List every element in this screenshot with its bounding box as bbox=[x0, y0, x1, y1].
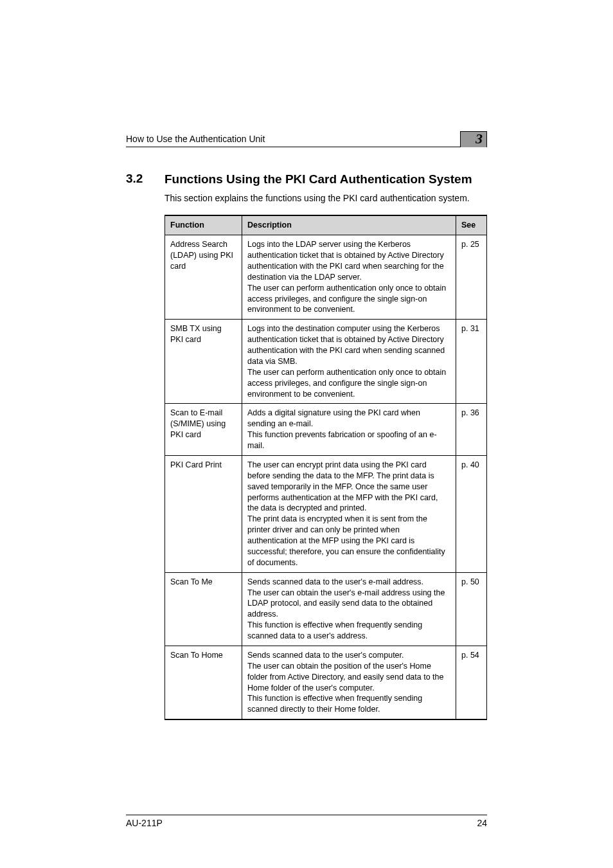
footer-model: AU-211P bbox=[126, 818, 163, 828]
cell-description: Adds a digital signature using the PKI c… bbox=[242, 404, 456, 456]
cell-function: Scan To Me bbox=[165, 572, 242, 646]
cell-function: Address Search (LDAP) using PKI card bbox=[165, 235, 242, 320]
cell-description: Sends scanned data to the user's compute… bbox=[242, 646, 456, 719]
header-see: See bbox=[456, 215, 487, 235]
desc-part: Logs into the LDAP server using the Kerb… bbox=[247, 239, 450, 283]
desc-part: Sends scanned data to the user's e-mail … bbox=[247, 577, 450, 588]
cell-function: SMB TX using PKI card bbox=[165, 320, 242, 404]
cell-see: p. 31 bbox=[456, 320, 487, 404]
cell-see: p. 36 bbox=[456, 404, 487, 456]
cell-description: The user can encrypt print data using th… bbox=[242, 455, 456, 572]
desc-part: This function is effective when frequent… bbox=[247, 693, 450, 715]
page-footer: AU-211P 24 bbox=[126, 815, 487, 828]
chapter-tab: 3 bbox=[460, 131, 487, 147]
desc-part: The user can encrypt print data using th… bbox=[247, 460, 450, 514]
running-head: How to Use the Authentication Unit 3 bbox=[126, 129, 487, 147]
desc-part: This function prevents fabrication or sp… bbox=[247, 429, 450, 451]
desc-part: This function is effective when frequent… bbox=[247, 620, 450, 642]
desc-part: Sends scanned data to the user's compute… bbox=[247, 650, 450, 661]
header-function: Function bbox=[165, 215, 242, 235]
cell-see: p. 40 bbox=[456, 455, 487, 572]
table-header-row: Function Description See bbox=[165, 215, 487, 235]
desc-part: The user can obtain the position of the … bbox=[247, 661, 450, 694]
cell-function: PKI Card Print bbox=[165, 455, 242, 572]
cell-description: Sends scanned data to the user's e-mail … bbox=[242, 572, 456, 646]
cell-see: p. 50 bbox=[456, 572, 487, 646]
desc-part: The user can perform authentication only… bbox=[247, 283, 450, 316]
cell-function: Scan To Home bbox=[165, 646, 242, 719]
functions-table: Function Description See Address Search … bbox=[164, 215, 487, 720]
table-row: Address Search (LDAP) using PKI card Log… bbox=[165, 235, 487, 320]
cell-see: p. 54 bbox=[456, 646, 487, 719]
cell-see: p. 25 bbox=[456, 235, 487, 320]
desc-part: The user can obtain the user's e-mail ad… bbox=[247, 588, 450, 620]
desc-part: Adds a digital signature using the PKI c… bbox=[247, 408, 450, 429]
cell-description: Logs into the destination computer using… bbox=[242, 320, 456, 404]
section-heading: 3.2 Functions Using the PKI Card Authent… bbox=[126, 172, 487, 187]
table-row: PKI Card Print The user can encrypt prin… bbox=[165, 455, 487, 572]
running-head-title: How to Use the Authentication Unit bbox=[126, 134, 265, 144]
table-row: Scan To Me Sends scanned data to the use… bbox=[165, 572, 487, 646]
desc-part: Logs into the destination computer using… bbox=[247, 323, 450, 367]
table-row: SMB TX using PKI card Logs into the dest… bbox=[165, 320, 487, 404]
section-intro: This section explains the functions usin… bbox=[164, 192, 487, 205]
header-description: Description bbox=[242, 215, 456, 235]
table-row: Scan To Home Sends scanned data to the u… bbox=[165, 646, 487, 719]
section-number: 3.2 bbox=[126, 172, 154, 186]
cell-description: Logs into the LDAP server using the Kerb… bbox=[242, 235, 456, 320]
desc-part: The user can perform authentication only… bbox=[247, 367, 450, 400]
cell-function: Scan to E-mail (S/MIME) using PKI card bbox=[165, 404, 242, 456]
desc-part: The print data is encrypted when it is s… bbox=[247, 514, 450, 568]
chapter-number: 3 bbox=[475, 131, 483, 147]
table-row: Scan to E-mail (S/MIME) using PKI card A… bbox=[165, 404, 487, 456]
section-title: Functions Using the PKI Card Authenticat… bbox=[164, 172, 472, 187]
footer-page-number: 24 bbox=[477, 818, 487, 828]
